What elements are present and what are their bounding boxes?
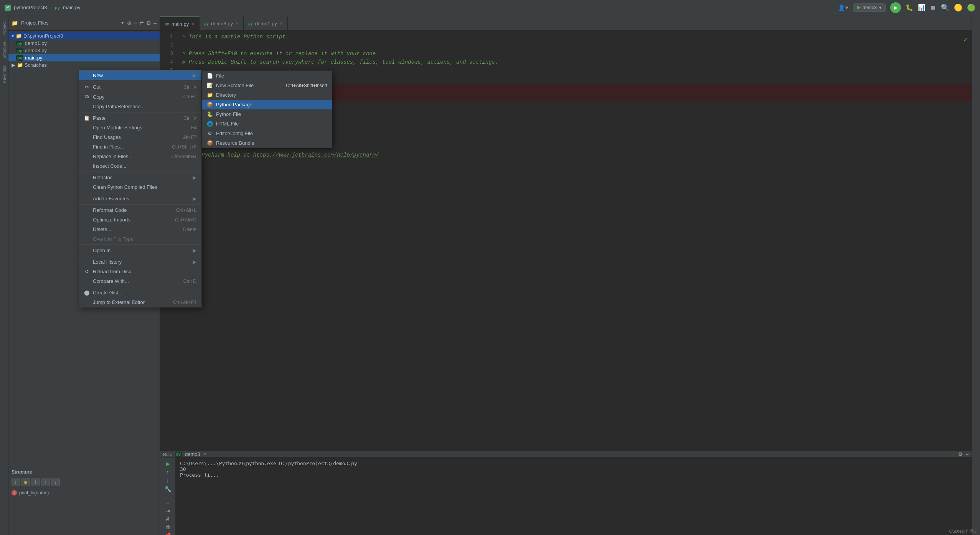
run-scroll-down[interactable]: ↓ [167,477,169,484]
filter-btn[interactable]: ◉ [21,478,30,486]
collapse-icon[interactable]: ≡ [134,20,137,26]
run-tab-label[interactable]: demo3 [185,451,200,457]
structure-function: print_hi(name) [19,490,49,495]
submenu-label-html: HTML File [216,121,239,127]
project-name: pythonProject3 [14,5,47,10]
submenu-resource-bundle[interactable]: 📦 Resource Bundle [202,138,332,148]
menu-item-optimize[interactable]: Optimize Imports Ctrl+Alt+O [79,215,201,225]
debug-button[interactable]: 🐛 [906,4,913,11]
file-demo3[interactable]: py demo3.py [8,47,160,54]
menu-item-refactor[interactable]: Refactor ▶ [79,173,201,182]
submenu-scratch[interactable]: 📝 New Scratch File Ctrl+Alt+Shift+Insert [202,81,332,90]
menu-item-copy[interactable]: ⧉ Copy Ctrl+C [79,92,201,102]
separator-4 [79,193,201,193]
project-root[interactable]: ▾ 📁 D:\pythonProject3 [8,32,160,40]
submenu-python-file[interactable]: 🐍 Python File [202,109,332,119]
tab-bar: py main.py ✕ py demo3.py ✕ py demo1.py ✕ [160,15,972,31]
run-trash-icon[interactable]: 🗑 [165,524,170,530]
run-settings-icon[interactable]: ⚙ [958,451,963,457]
minimize-icon[interactable]: – [153,20,157,26]
menu-item-favorites[interactable]: Add to Favorites ▶ [79,194,201,203]
file-main[interactable]: py main.py [8,54,160,61]
submenu-html-file[interactable]: 🌐 HTML File [202,119,332,129]
run-config-chevron: ▾ [879,5,881,10]
code-line-4: 4 # Press Double Shift to search everywh… [160,59,972,68]
settings-icon[interactable]: ⚙ [146,20,151,26]
menu-item-find-in-files[interactable]: Find in Files... Ctrl+Shift+F [79,142,201,152]
sidebar-title: Project Files [21,20,118,26]
search-button[interactable]: 🔍 [941,3,949,12]
run-minimize-icon[interactable]: – [966,451,968,457]
find-usages-shortcut: Alt+F7 [183,135,196,140]
coverage-button[interactable]: 📊 [918,4,926,11]
tab-label-demo1: demo1.py [255,21,277,26]
filter-icon[interactable]: ⇄ [139,20,144,26]
sort-btn[interactable]: ↕ [12,478,20,486]
menu-item-new[interactable]: New ▶ 📄 File 📝 New Scratch File Ctrl+Alt… [79,71,201,80]
tab-close-demo3[interactable]: ✕ [235,21,239,26]
run-button[interactable]: ▶ [890,2,901,13]
menu-item-local-history[interactable]: Local History ▶ [79,257,201,267]
separator-5 [79,204,201,205]
submenu-python-package[interactable]: 📦 Python Package [202,100,332,109]
menu-label-copy-path: Copy Path/Reference... [93,104,145,109]
menu-item-clean[interactable]: Clean Python Compiled Files [79,182,201,192]
scratches-label: Scratches [25,62,47,68]
menu-item-find-usages[interactable]: Find Usages Alt+F7 [79,132,201,142]
run-indent-icon[interactable]: ⇥ [166,508,170,514]
submenu-file[interactable]: 📄 File [202,71,332,81]
down-btn[interactable]: ↓ [51,478,60,486]
menu-item-paste[interactable]: 📋 Paste Ctrl+V [79,113,201,123]
submenu-label-file: File [216,73,224,79]
tab-close-demo1[interactable]: ✕ [279,21,283,26]
menu-item-replace[interactable]: Replace in Files... Ctrl+Shift+R [79,152,201,161]
menu-item-reformat[interactable]: Reformat Code Ctrl+Alt+L [79,205,201,215]
menu-item-copy-path[interactable]: Copy Path/Reference... [79,102,201,111]
dropdown-arrow[interactable]: ▾ [121,20,124,26]
run-tab-close[interactable]: ✕ [203,452,207,457]
root-arrow: ▾ [12,33,14,39]
menu-item-open-in[interactable]: Open In ▶ [79,246,201,255]
menu-item-create-gist[interactable]: ⬤ Create Gist... [79,288,201,297]
run-print-icon[interactable]: 🖨 [165,516,170,522]
run-format-icon[interactable]: ≡ [166,500,169,506]
user-icon[interactable]: 👤▾ [838,4,848,11]
run-output: C:\Users\...\Python39\python.exe D:/pyth… [175,457,972,535]
submenu-editorconfig[interactable]: ⚙ EditorConfig File [202,129,332,138]
menu-item-module-settings[interactable]: Open Module Settings F4 [79,123,201,132]
file-demo1[interactable]: py demo1.py [8,40,160,47]
status-bar: CSDN@作品© [946,528,980,535]
info-btn[interactable]: ℹ [31,478,40,486]
run-config-dropdown[interactable]: ▶ demo3 ▾ [853,3,886,12]
title-bar-right: 👤▾ ▶ demo3 ▾ ▶ 🐛 📊 ⏹ 🔍 🟡 🟢 [838,2,975,13]
tab-main[interactable]: py main.py ✕ [160,17,200,30]
menu-item-reload[interactable]: ↺ Reload from Disk [79,267,201,276]
run-pin-icon[interactable]: 📌 [165,532,171,535]
menu-item-delete[interactable]: Delete... Delete [79,225,201,234]
code-line-1: 1 # This is a sample Python script. [160,34,972,42]
menu-label-paste: Paste [93,115,106,121]
menu-label-inspect: Inspect Code... [93,163,126,169]
run-play-icon[interactable]: ▶ [166,461,170,467]
py-icon-demo1: py [16,41,23,46]
up-btn[interactable]: ↑ [41,478,50,486]
tab-close-main[interactable]: ✕ [191,21,195,26]
submenu-directory[interactable]: 📁 Directory [202,90,332,100]
code-line-3: 3 # Press Shift+F10 to execute it or rep… [160,51,972,59]
menu-item-cut[interactable]: ✂ Cut Ctrl+X [79,82,201,92]
menu-label-new: New [93,73,103,78]
menu-item-compare[interactable]: Compare With... Ctrl+D [79,276,201,286]
run-scroll-up[interactable]: ↑ [167,469,169,475]
tab-demo1[interactable]: py demo1.py ✕ [244,17,288,30]
python-file-icon: 🐍 [207,111,213,117]
locate-icon[interactable]: ⊕ [127,20,132,26]
tab-demo3[interactable]: py demo3.py ✕ [200,17,244,30]
copy-icon: ⧉ [84,94,90,100]
menu-item-jump-external[interactable]: Jump to External Editor Ctrl+Alt+F4 [79,297,201,307]
run-wrench-icon[interactable]: 🔧 [165,486,171,492]
left-activity-bar: Project Structure Favorites [0,15,8,535]
structure-item[interactable]: ! print_hi(name) [12,489,157,496]
stop-button[interactable]: ⏹ [930,4,936,11]
menu-item-inspect[interactable]: Inspect Code... [79,161,201,171]
scratches-folder[interactable]: ▶ 📁 Scratches [8,61,160,69]
